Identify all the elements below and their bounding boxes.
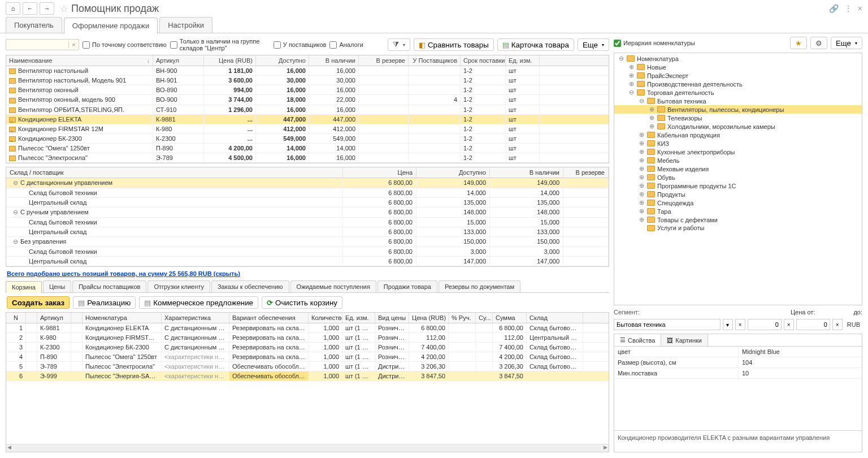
tree-expand-icon[interactable]: ⊕: [638, 131, 645, 139]
products-col-header[interactable]: У Поставщиков: [409, 55, 461, 66]
tree-expand-icon[interactable]: ⊕: [638, 182, 645, 189]
settings-button[interactable]: ⚙: [810, 37, 827, 49]
products-col-header[interactable]: Доступно: [256, 55, 309, 66]
more-button-right[interactable]: Еще▾: [831, 37, 862, 49]
tree-expand-icon[interactable]: ⊕: [638, 174, 645, 181]
tree-node[interactable]: ⊕Товары с дефектами: [614, 215, 862, 224]
property-row[interactable]: Размер (высота), см104: [614, 357, 862, 368]
basket-col-header[interactable]: [71, 313, 83, 323]
basket-col-header[interactable]: Ед. изм.: [342, 313, 375, 323]
tree-node[interactable]: ⊕Телевизоры: [614, 114, 862, 122]
basket-col-header[interactable]: Количество: [309, 313, 342, 323]
segment-input[interactable]: [614, 319, 721, 330]
warehouse-col-header[interactable]: Склад / поставщик: [6, 167, 343, 178]
basket-row[interactable]: 4П-890Пылесос "Омега" 1250вт<характерист…: [6, 352, 609, 362]
price-from-input[interactable]: [748, 319, 782, 330]
basket-tab-6[interactable]: Продажи товара: [377, 280, 437, 292]
tree-node[interactable]: ⊕КИЗ: [614, 139, 862, 148]
product-card-button[interactable]: ▤Карточка товара: [497, 38, 574, 51]
basket-col-header[interactable]: % Руч.: [449, 313, 476, 323]
commercial-offer-button[interactable]: ▤Коммерческое предложение: [139, 296, 258, 309]
tree-node[interactable]: ⊕Кабельная продукция: [614, 131, 862, 139]
basket-col-header[interactable]: Номенклатура: [83, 313, 162, 323]
tree-expand-icon[interactable]: ⊕: [638, 216, 645, 223]
main-tab-0[interactable]: Покупатель: [6, 17, 62, 33]
prop-tab-1[interactable]: 🖼Картинки: [661, 334, 708, 346]
tree-node[interactable]: ⊖Торговая деятельность: [614, 88, 862, 97]
suppliers-checkbox[interactable]: У поставщиков: [274, 41, 327, 49]
products-col-header[interactable]: В резерве: [359, 55, 409, 66]
segment-dropdown-button[interactable]: ▾: [723, 319, 733, 330]
exact-match-checkbox[interactable]: По точному соответствию: [83, 41, 167, 49]
property-row[interactable]: цветMidnight Blue: [614, 347, 862, 357]
prop-tab-0[interactable]: ☰Свойства: [614, 334, 661, 346]
favorite-star-icon[interactable]: ☆: [60, 3, 68, 14]
tree-node[interactable]: ⊕Обувь: [614, 173, 862, 182]
product-row[interactable]: Кондиционер FIRMSTAR 12MК-980...412,0004…: [6, 124, 609, 134]
property-row[interactable]: Мин.поставка10: [614, 368, 862, 379]
price-to-clear-button[interactable]: ×: [832, 319, 843, 330]
home-button[interactable]: ⌂: [6, 2, 20, 15]
tree-expand-icon[interactable]: ⊕: [628, 72, 635, 79]
more-button-left[interactable]: Еще▾: [578, 38, 609, 51]
warehouse-row[interactable]: Центральный склад6 800,00133,000133,000: [6, 227, 609, 237]
products-col-header[interactable]: Цена (RUB): [204, 55, 256, 66]
summary-link[interactable]: Всего подобрано шесть позиций товаров, н…: [6, 267, 609, 280]
tree-node[interactable]: ⊕Мебель: [614, 156, 862, 165]
basket-tab-3[interactable]: Отгрузки клиенту: [147, 280, 210, 292]
product-row[interactable]: Вентилятор ОРБИТА,STERLING,ЯП.СТ-9101 29…: [6, 105, 609, 115]
realization-button[interactable]: ▤Реализацию: [73, 296, 136, 309]
tree-node[interactable]: Услуги и работы: [614, 224, 862, 232]
in-stock-checkbox[interactable]: Только в наличии на группе складов "Цент…: [170, 38, 270, 51]
tree-expand-icon[interactable]: ⊕: [648, 106, 655, 113]
tree-node[interactable]: ⊕Программные продукты 1С: [614, 182, 862, 190]
tree-expand-icon[interactable]: ⊕: [638, 157, 645, 164]
tree-expand-icon[interactable]: ⊕: [648, 114, 655, 122]
filter-funnel-button[interactable]: ⧩▾: [388, 38, 410, 51]
search-input[interactable]: [6, 40, 68, 50]
product-row[interactable]: Вентилятор настольныйВН-9001 181,0016,00…: [6, 66, 609, 76]
tree-node[interactable]: ⊕Продукты: [614, 190, 862, 198]
basket-col-header[interactable]: Вид цены: [375, 313, 409, 323]
tree-node[interactable]: ⊕Тара: [614, 207, 862, 215]
expand-icon[interactable]: ⊖: [12, 179, 19, 187]
warehouse-col-header[interactable]: В наличии: [490, 167, 563, 178]
warehouse-row[interactable]: ⊖ С дистанционным управлением6 800,00149…: [6, 178, 609, 188]
basket-col-header[interactable]: Су...: [476, 313, 493, 323]
horizontal-scrollbar[interactable]: [6, 444, 609, 452]
basket-tab-2[interactable]: Прайсы поставщиков: [72, 280, 146, 292]
warehouse-col-header[interactable]: Цена: [343, 167, 416, 178]
search-clear-icon[interactable]: ×: [68, 41, 79, 48]
product-row[interactable]: Кондиционер БК-2300К-2300...549,000549,0…: [6, 134, 609, 144]
products-col-header[interactable]: Артикул: [153, 55, 204, 66]
price-from-clear-button[interactable]: ×: [784, 319, 794, 330]
main-tab-2[interactable]: Настройки: [159, 17, 212, 33]
main-tab-1[interactable]: Оформление продажи: [64, 18, 158, 33]
products-col-header[interactable]: В наличии: [309, 55, 359, 66]
back-button[interactable]: ←: [23, 2, 37, 15]
basket-row[interactable]: 1К-9881Кондиционер ELEKTAС дистанционным…: [6, 323, 609, 333]
basket-col-header[interactable]: Цена (RUB): [409, 313, 449, 323]
price-to-input[interactable]: [796, 319, 830, 330]
tree-node[interactable]: ⊕Холодильники, морозильные камеры: [614, 122, 862, 131]
tree-node[interactable]: ⊕Производственная деятельность: [614, 80, 862, 88]
basket-col-header[interactable]: Склад: [527, 313, 583, 323]
warehouse-col-header[interactable]: Доступно: [416, 167, 490, 178]
basket-col-header[interactable]: Вариант обеспечения: [229, 313, 309, 323]
basket-tab-0[interactable]: Корзина: [6, 281, 42, 293]
product-row[interactable]: Вентилятор настольный, Модель 901ВН-9013…: [6, 76, 609, 85]
refresh-tree-button[interactable]: ★: [790, 37, 807, 49]
tree-expand-icon[interactable]: ⊕: [638, 165, 645, 172]
warehouse-col-header[interactable]: В резерве: [563, 167, 609, 178]
tree-node[interactable]: ⊕Новые: [614, 63, 862, 71]
forward-button[interactable]: →: [40, 2, 54, 15]
tree-expand-icon[interactable]: ⊕: [628, 63, 635, 71]
compare-button[interactable]: ◧Сравнить товары: [414, 38, 494, 51]
product-row[interactable]: Кондиционер ELEKTAК-9881...447,000447,00…: [6, 115, 609, 124]
analogs-checkbox[interactable]: Аналоги: [329, 41, 363, 49]
warehouse-row[interactable]: Центральный склад6 800,00147,000147,000: [6, 257, 609, 266]
basket-col-header[interactable]: Сумма: [493, 313, 527, 323]
product-row[interactable]: Вентилятор оконный, модель 900ВО-9003 74…: [6, 95, 609, 105]
close-icon[interactable]: ×: [858, 4, 862, 13]
tree-expand-icon[interactable]: ⊕: [638, 140, 645, 147]
